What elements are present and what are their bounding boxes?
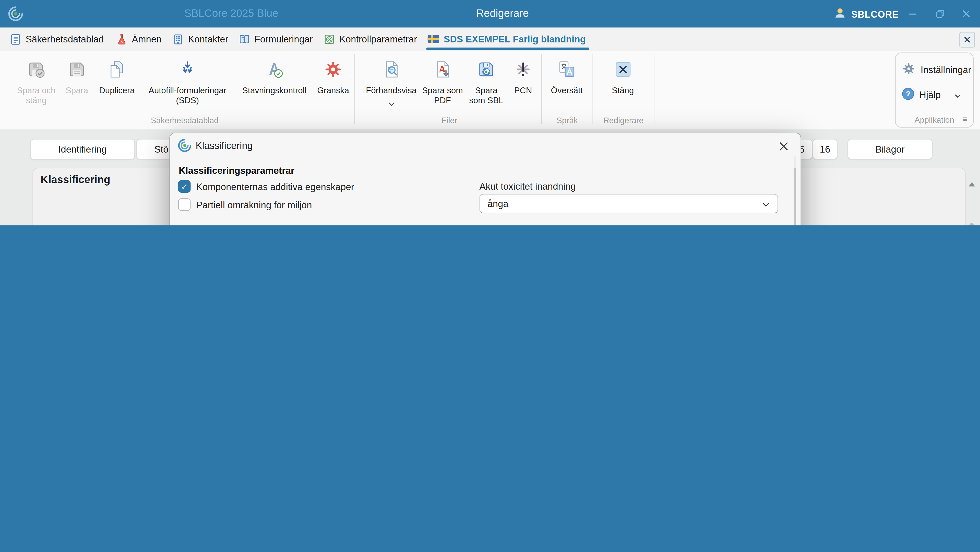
building-icon	[173, 34, 184, 45]
svg-text:?: ?	[906, 90, 910, 98]
ribbon-button-label: Spara som SBL	[466, 86, 506, 105]
section-button-bilagor[interactable]: Bilagor	[848, 139, 932, 160]
application-group-label: Applikation	[896, 115, 974, 124]
doc-list-icon	[10, 34, 21, 45]
gear-icon	[902, 62, 916, 77]
inhalation-value: ånga	[487, 198, 508, 209]
ribbon-button-st-ng[interactable]: Stäng	[596, 53, 649, 96]
target-icon	[324, 34, 335, 45]
document-tab-bar: SäkerhetsdatabladÄmnenKontakterFormuleri…	[0, 27, 980, 51]
panel-title: Klassificering	[41, 174, 110, 186]
ribbon-button-label: Granska	[317, 86, 349, 96]
ribbon-button-f-rhandsvisa[interactable]: Förhandsvisa	[364, 53, 419, 109]
chevron-down-icon	[762, 198, 770, 209]
section-button-16[interactable]: 16	[813, 139, 837, 160]
ribbon-button-label: Spara	[65, 86, 88, 96]
tab-label: Kontrollparametrar	[339, 34, 417, 45]
checkbox-checked-icon: ✓	[178, 180, 191, 193]
dialog-close-icon[interactable]	[777, 140, 791, 153]
ribbon-button-autofill-formuleringar-sds[interactable]: Autofill-formuleringar (SDS)	[140, 53, 235, 106]
ribbon-button-granska[interactable]: Granska	[314, 53, 353, 106]
ribbon-button-label: Förhandsvisa	[366, 86, 417, 96]
ribbon-group-spr-k: ÖversättSpråk	[542, 53, 592, 128]
ribbon-button-spara-som-pdf[interactable]: Spara som PDF	[421, 53, 464, 109]
help-button[interactable]: ? Hjälp	[902, 88, 961, 102]
ribbon-button-spara: Spara	[60, 53, 94, 106]
settings-label: Inställningar	[921, 64, 971, 75]
page-scrollbar-thumb[interactable]	[969, 223, 974, 225]
close-window-button[interactable]	[954, 0, 979, 27]
user-icon	[834, 6, 846, 21]
dialog-scrollbar-thumb[interactable]	[794, 168, 796, 225]
ribbon-button-pcn[interactable]: PCN	[509, 53, 538, 109]
group-options-icon[interactable]: ≡	[963, 115, 967, 124]
checkbox-additive-properties[interactable]: ✓ Komponenternas additiva egenskaper	[178, 180, 354, 193]
ribbon-divider	[592, 54, 592, 124]
ribbon-button-duplicera[interactable]: Duplicera	[96, 53, 138, 106]
tab-kontakter[interactable]: Kontakter	[173, 27, 228, 51]
params-heading: Klassificeringsparametrar	[179, 165, 294, 176]
ribbon-group-filer: FörhandsvisaSpara som PDFSpara som SBLPC…	[358, 53, 541, 128]
checkbox-unchecked-icon	[178, 198, 191, 211]
ribbon-group-label: Språk	[542, 116, 592, 125]
save-close-icon	[27, 56, 45, 83]
dialog-logo-icon	[177, 138, 192, 155]
section-button-identifiering[interactable]: Identifiering	[30, 139, 135, 160]
app-title: SBLCore 2025 Blue	[150, 0, 312, 27]
restore-button[interactable]	[928, 0, 953, 27]
ribbon-button-label: Spara som PDF	[421, 86, 464, 105]
sbl-icon	[477, 56, 496, 83]
ribbon-button-stavningskontroll[interactable]: Stavningskontroll	[237, 53, 311, 106]
user-label: SBLCORE	[851, 8, 899, 19]
ribbon-button-label: Duplicera	[99, 86, 135, 96]
checkbox-partial-label: Partiell omräkning för miljön	[196, 199, 312, 210]
duplicate-icon	[108, 56, 126, 83]
tab-label: Ämnen	[132, 34, 161, 45]
ribbon-button-spara-som-sbl[interactable]: Spara som SBL	[466, 53, 506, 109]
help-icon: ?	[902, 88, 915, 102]
ribbon-button-label: Översätt	[551, 86, 583, 96]
pdf-icon	[433, 56, 452, 83]
review-icon	[324, 56, 342, 83]
flag-se-icon	[428, 35, 439, 43]
tab-label: Säkerhetsdatablad	[25, 34, 104, 45]
checkbox-partial-conversion[interactable]: Partiell omräkning för miljön	[178, 198, 312, 211]
tab-label: SDS EXEMPEL Farlig blandning	[444, 34, 586, 45]
ribbon-button-label: Autofill-formuleringar (SDS)	[140, 86, 235, 105]
ribbon-button-vers-tt[interactable]: Översätt	[546, 53, 588, 96]
tab-sds-exempel-farlig-blandning[interactable]: SDS EXEMPEL Farlig blandning	[428, 27, 586, 51]
ribbon-divider	[654, 54, 654, 124]
dialog-scrollbar[interactable]	[794, 156, 796, 225]
user-account-button[interactable]: SBLCORE	[834, 0, 899, 27]
tab-label: Formuleringar	[254, 34, 313, 45]
preview-icon	[382, 56, 401, 83]
autofill-icon	[178, 56, 197, 83]
ribbon-button-label: Spara och stäng	[15, 86, 57, 105]
chevron-down-icon	[388, 97, 395, 109]
close-tab-button[interactable]	[959, 32, 975, 48]
ribbon-group-s-kerhetsdatablad: Spara och stängSparaDupliceraAutofill-fo…	[15, 53, 355, 128]
classification-dialog: Klassificering Klassificeringsparametrar…	[169, 132, 801, 225]
dialog-title: Klassificering	[196, 140, 253, 151]
ribbon-group-label: Filer	[358, 116, 541, 125]
ribbon-group-label: Redigerare	[593, 116, 654, 125]
application-group: Inställningar ? Hjälp Applikation ≡	[895, 53, 974, 128]
spellcheck-icon	[265, 56, 284, 83]
app-window: SBLCore 2025 Blue Redigerare SBLCORE Säk…	[0, 0, 980, 225]
view-title: Redigerare	[428, 0, 578, 27]
help-label: Hjälp	[920, 89, 941, 100]
minimize-button[interactable]	[900, 0, 925, 27]
scroll-up-arrow[interactable]	[969, 182, 975, 186]
translate-icon	[557, 56, 576, 83]
tab-formuleringar[interactable]: Formuleringar	[239, 27, 313, 51]
inhalation-select[interactable]: ånga	[479, 194, 778, 214]
tab-s-kerhetsdatablad[interactable]: Säkerhetsdatablad	[10, 27, 104, 51]
checkbox-additive-label: Komponenternas additiva egenskaper	[196, 181, 354, 192]
book-icon	[239, 34, 250, 45]
chevron-down-icon	[955, 89, 961, 100]
settings-button[interactable]: Inställningar	[902, 62, 971, 77]
flask-icon	[116, 34, 127, 45]
tab-kontrollparametrar[interactable]: Kontrollparametrar	[324, 27, 417, 51]
ribbon-button-spara-och-st-ng: Spara och stäng	[15, 53, 57, 106]
tab-mnen[interactable]: Ämnen	[116, 27, 162, 51]
